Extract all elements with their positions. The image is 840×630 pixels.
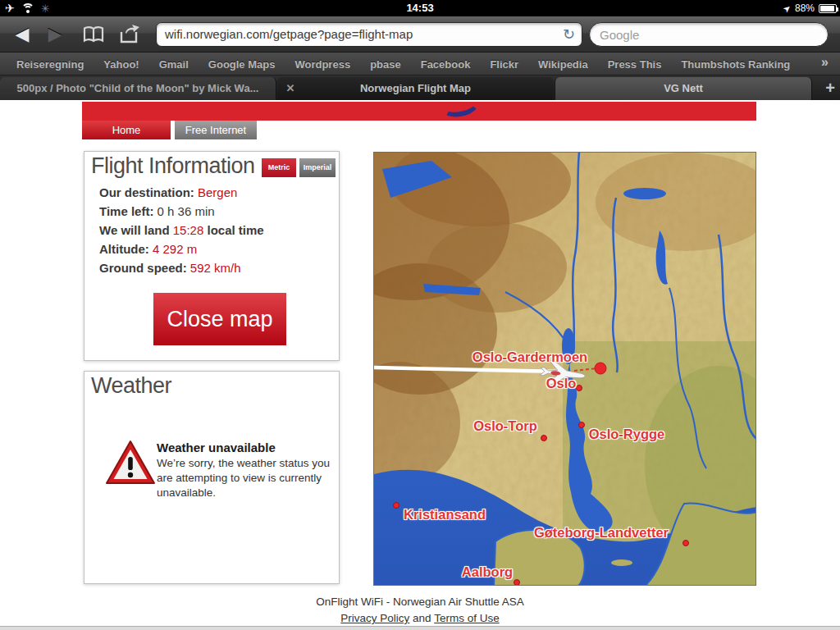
bookmark-wikipedia[interactable]: Wikipedia — [538, 58, 588, 71]
flight-information-panel: Flight Information Metric Imperial Our d… — [84, 151, 340, 361]
destination-value: Bergen — [198, 185, 237, 199]
clock-time: 14:53 — [0, 2, 840, 14]
bookmark-wordpress[interactable]: Wordpress — [294, 58, 350, 71]
address-url: wifi.norwegian.com/getpage?page=flight-m… — [165, 27, 413, 41]
bookmarks-overflow-icon[interactable]: » — [821, 55, 829, 70]
oslo-gardermoen-dot[interactable] — [595, 363, 607, 375]
landing-row: We will land 15:28 local time — [99, 221, 264, 240]
ground-speed-row: Ground speed: 592 km/h — [99, 258, 264, 277]
kristiansand-label: Kristiansand — [404, 507, 486, 523]
tab-500px-photo[interactable]: 500px / Photo "Child of the Moon" by Mic… — [0, 77, 276, 100]
weather-alert-text: We’re sorry, the weather status you are … — [157, 456, 331, 500]
privacy-policy-link[interactable]: Privacy Policy — [340, 612, 409, 624]
altitude-row: Altitude: 4 292 m — [99, 240, 264, 258]
oslo-rygge-label: Oslo-Rygge — [589, 427, 665, 442]
warning-triangle-icon — [104, 439, 157, 491]
close-map-button[interactable]: Close map — [153, 293, 286, 345]
oslo-label: Oslo — [546, 376, 577, 391]
metric-button[interactable]: Metric — [262, 158, 296, 177]
battery-icon — [819, 4, 837, 13]
terms-of-use-link[interactable]: Terms of Use — [434, 612, 500, 624]
bookmark-thumbshots[interactable]: Thumbshots Ranking — [681, 58, 790, 71]
ground-speed-label: Ground speed: — [99, 261, 187, 275]
time-left-label: Time left: — [99, 204, 153, 218]
destination-row: Our destination: Bergen — [99, 183, 264, 202]
bookmark-press-this[interactable]: Press This — [608, 58, 662, 71]
oslo-torp-dot[interactable] — [541, 435, 547, 441]
bookmark-pbase[interactable]: pbase — [370, 58, 401, 71]
oslo-rygge-dot[interactable] — [578, 422, 585, 428]
site-tab-free-internet[interactable]: Free Internet — [175, 121, 257, 139]
altitude-value: 4 292 m — [153, 242, 197, 256]
flight-info-rows: Our destination: Bergen Time left: 0 h 3… — [99, 183, 264, 277]
landing-tail: local time — [207, 223, 263, 237]
bookmark-yahoo[interactable]: Yahoo! — [103, 58, 139, 71]
back-button[interactable]: ◀ — [10, 23, 34, 46]
weather-title: Weather — [91, 373, 171, 399]
imperial-button[interactable]: Imperial — [299, 158, 336, 177]
tab-norwegian-flight-map[interactable]: Norwegian Flight Map — [277, 77, 554, 100]
bookmarks-icon[interactable] — [82, 25, 105, 48]
goteborg-landvetter-dot[interactable] — [682, 540, 689, 546]
oslo-dot[interactable] — [576, 385, 582, 391]
tab-vg-nett[interactable]: VG Nett — [555, 77, 812, 100]
time-left-value: 0 h 36 min — [158, 204, 215, 218]
browser-toolbar: ◀ ▶ wifi.norwegian.com/getpage?page=flig… — [0, 16, 840, 52]
page-content: Home Free Internet Flight Information Me… — [0, 100, 840, 630]
reload-icon[interactable]: ↻ — [563, 23, 575, 46]
footer-conjunction: and — [409, 612, 434, 624]
battery-percent: 88% — [795, 2, 815, 14]
bookmark-facebook[interactable]: Facebook — [421, 58, 471, 71]
weather-alert-title: Weather unavailable — [157, 441, 276, 454]
landing-time-value: 15:28 — [173, 223, 204, 237]
flight-map[interactable]: Oslo-Gardermoen Oslo Oslo-Torp Oslo-Rygg… — [373, 152, 756, 586]
aalborg-label: Aalborg — [462, 564, 513, 580]
kristiansand-dot[interactable] — [393, 502, 399, 509]
time-left-row: Time left: 0 h 36 min — [99, 202, 264, 221]
weather-panel: Weather Weather unavailable We’re sorry,… — [84, 371, 340, 584]
landing-label: We will land — [99, 223, 170, 237]
footer-links: Privacy Policy and Terms of Use — [0, 612, 840, 624]
footer-text: OnFlight WiFi - Norwegian Air Shuttle AS… — [0, 596, 840, 608]
bookmark-gmail[interactable]: Gmail — [159, 58, 189, 71]
site-header-band — [82, 102, 756, 121]
new-tab-button[interactable]: + — [825, 79, 835, 98]
bookmark-flickr[interactable]: Flickr — [490, 58, 518, 71]
bookmarks-bar: Reiseregning Yahoo! Gmail Google Maps Wo… — [0, 52, 840, 75]
altitude-label: Altitude: — [99, 242, 149, 256]
bookmark-google-maps[interactable]: Google Maps — [208, 58, 276, 71]
site-tab-home[interactable]: Home — [82, 121, 171, 139]
forward-button[interactable]: ▶ — [43, 23, 67, 46]
oslo-torp-label: Oslo-Torp — [473, 418, 537, 434]
share-icon[interactable] — [118, 25, 143, 48]
location-services-icon: ➤ — [781, 2, 793, 15]
tab-bar: 500px / Photo "Child of the Moon" by Mic… — [0, 75, 840, 100]
screen: ✈ ✳ 14:53 ➤ 88% ◀ ▶ wifi.norwegian.com/g… — [0, 0, 840, 630]
bottom-strip — [0, 626, 840, 630]
close-tab-icon[interactable]: ✕ — [284, 82, 297, 95]
aalborg-dot[interactable] — [514, 579, 520, 586]
destination-label: Our destination: — [99, 185, 194, 199]
norwegian-logo-swoosh — [440, 102, 481, 120]
status-bar: ✈ ✳ 14:53 ➤ 88% — [0, 0, 840, 16]
search-input[interactable] — [589, 22, 829, 47]
address-bar[interactable]: wifi.norwegian.com/getpage?page=flight-m… — [156, 22, 582, 47]
flight-information-title: Flight Information — [91, 153, 255, 179]
bookmark-reiseregning[interactable]: Reiseregning — [16, 58, 84, 71]
goteborg-landvetter-label: Gøteborg-Landvetter — [534, 525, 669, 541]
ground-speed-value: 592 km/h — [190, 261, 241, 275]
oslo-gardermoen-label: Oslo-Gardermoen — [472, 349, 587, 365]
